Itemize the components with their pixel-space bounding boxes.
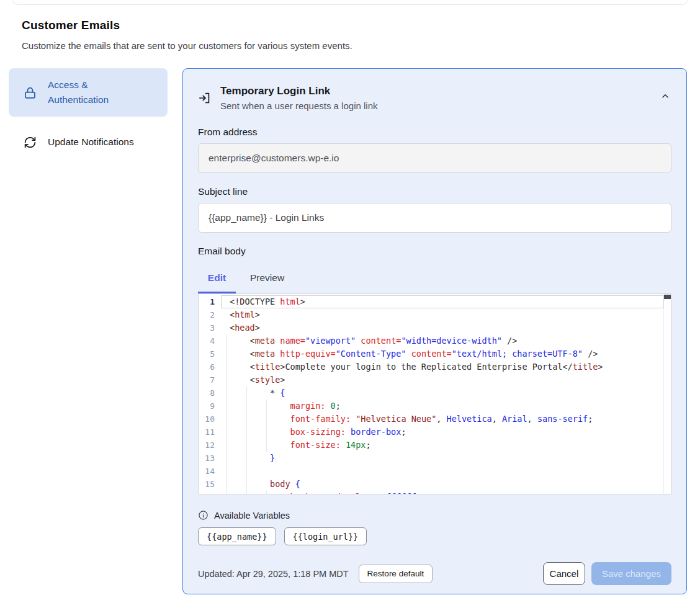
indent-guide (226, 491, 227, 494)
available-variables-header: Available Variables (198, 510, 671, 521)
email-template-panel: Temporary Login Link Sent when a user re… (182, 68, 687, 594)
line-number: 11 (199, 426, 221, 439)
template-subtitle: Sent when a user requests a login link (220, 101, 377, 111)
line-number: 9 (199, 400, 221, 413)
subject-line-label: Subject line (198, 186, 671, 197)
collapse-button[interactable] (660, 91, 670, 101)
indent-guide (246, 452, 247, 465)
line-number: 4 (199, 334, 221, 347)
code-editor[interactable]: 12345678910111213141516 <!DOCTYPE html><… (198, 293, 671, 494)
info-icon (198, 510, 209, 521)
line-number: 14 (199, 465, 221, 478)
panel-header: Temporary Login Link Sent when a user re… (198, 85, 671, 111)
editor-gutter: 12345678910111213141516 (199, 294, 221, 494)
indent-guide (226, 426, 227, 439)
code-line[interactable]: box-sizing: border-box; (221, 426, 663, 439)
line-number: 15 (199, 478, 221, 491)
sidebar-item-update-notifications[interactable]: Update Notifications (9, 127, 168, 158)
code-line[interactable]: * { (221, 387, 663, 400)
email-body-tabs: Edit Preview (198, 270, 671, 285)
line-number: 2 (199, 308, 221, 321)
chevron-up-icon (660, 91, 670, 101)
code-line[interactable]: font-size: 14px; (221, 439, 663, 452)
cancel-button[interactable]: Cancel (543, 562, 585, 585)
screen: Customer Emails Customize the emails tha… (0, 0, 700, 608)
indent-guide (226, 439, 227, 452)
line-number: 12 (199, 439, 221, 452)
template-title: Temporary Login Link (220, 85, 377, 97)
available-variables-label: Available Variables (214, 511, 290, 521)
indent-guide (246, 413, 247, 426)
save-changes-button[interactable]: Save changes (591, 562, 671, 585)
indent-guide (226, 360, 227, 373)
updated-timestamp: Updated: Apr 29, 2025, 1:18 PM MDT (198, 569, 349, 579)
restore-default-button[interactable]: Restore default (359, 565, 433, 583)
scrollbar-thumb[interactable] (664, 295, 671, 299)
indent-guide (246, 387, 247, 400)
indent-guide (226, 478, 227, 491)
code-line[interactable]: background-color: #ffffff; (221, 491, 663, 494)
code-line[interactable]: <style> (221, 373, 663, 387)
indent-guide (266, 400, 267, 413)
indent-guide (226, 373, 227, 387)
email-body-label: Email body (198, 246, 671, 257)
code-line[interactable] (221, 465, 663, 478)
panel-footer: Updated: Apr 29, 2025, 1:18 PM MDT Resto… (198, 562, 671, 585)
line-number: 3 (199, 321, 221, 334)
editor-scrollbar[interactable] (663, 294, 671, 494)
indent-guide (266, 491, 267, 494)
line-number: 10 (199, 413, 221, 426)
subject-line-input[interactable] (198, 203, 671, 233)
code-line[interactable]: <!DOCTYPE html> (221, 295, 663, 308)
code-line[interactable]: <meta http-equiv="Content-Type" content=… (221, 347, 663, 360)
editor-code[interactable]: <!DOCTYPE html><html><head> <meta name="… (221, 294, 663, 494)
sidebar-item-label: Update Notifications (48, 135, 134, 150)
sidebar-item-access-authentication[interactable]: Access & Authentication (9, 68, 168, 117)
tab-preview[interactable]: Preview (250, 272, 284, 284)
line-number: 5 (199, 347, 221, 360)
variable-chip[interactable]: {{login_url}} (284, 527, 367, 545)
indent-guide (246, 491, 247, 494)
code-line[interactable]: } (221, 452, 663, 465)
line-number: 6 (199, 360, 221, 373)
line-number: 16 (199, 491, 221, 494)
line-number: 8 (199, 387, 221, 400)
indent-guide (246, 465, 247, 478)
indent-guide (226, 334, 227, 347)
code-line[interactable]: <html> (221, 308, 663, 321)
login-icon (198, 91, 212, 105)
code-line[interactable]: font-family: "Helvetica Neue", Helvetica… (221, 413, 663, 426)
from-address-label: From address (198, 127, 671, 138)
from-address-input[interactable] (198, 143, 671, 173)
code-line[interactable]: <title>Complete your login to the Replic… (221, 360, 663, 373)
page-subtitle: Customize the emails that are sent to yo… (22, 40, 456, 51)
code-line[interactable]: <meta name="viewport" content="width=dev… (221, 334, 663, 347)
active-tab-underline (198, 292, 236, 293)
indent-guide (266, 426, 267, 439)
variable-chips: {{app_name}}{{login_url}} (198, 527, 671, 545)
refresh-icon (24, 136, 37, 149)
previous-card-edge (11, 0, 689, 5)
line-number: 7 (199, 373, 221, 387)
page-title: Customer Emails (22, 19, 456, 32)
indent-guide (226, 452, 227, 465)
indent-guide (226, 413, 227, 426)
indent-guide (226, 387, 227, 400)
sidebar-item-label: Access & Authentication (48, 78, 123, 107)
sidebar: Access & Authentication Update Notificat… (9, 68, 168, 158)
indent-guide (246, 400, 247, 413)
lock-icon (24, 86, 37, 99)
code-line[interactable]: body { (221, 478, 663, 491)
code-line[interactable]: <head> (221, 321, 663, 334)
indent-guide (246, 478, 247, 491)
indent-guide (226, 465, 227, 478)
tab-edit[interactable]: Edit (198, 272, 236, 284)
code-line[interactable]: margin: 0; (221, 400, 663, 413)
indent-guide (246, 439, 247, 452)
indent-guide (246, 426, 247, 439)
indent-guide (226, 400, 227, 413)
line-number: 1 (199, 295, 221, 308)
line-number: 13 (199, 452, 221, 465)
indent-guide (266, 439, 267, 452)
variable-chip[interactable]: {{app_name}} (198, 527, 276, 545)
